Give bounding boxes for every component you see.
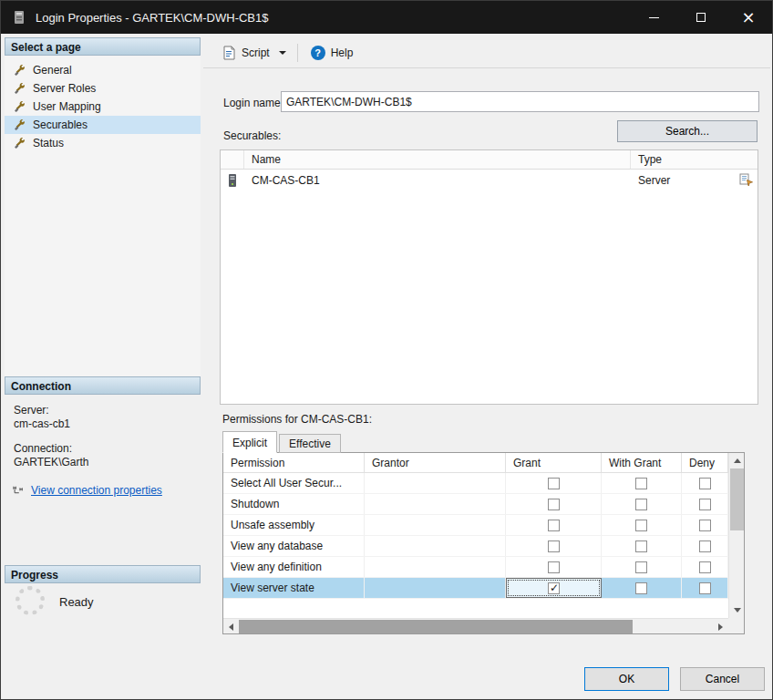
sidebar-item-securables[interactable]: Securables bbox=[5, 116, 201, 134]
permission-row[interactable]: View server state bbox=[223, 578, 728, 599]
connection-header: Connection bbox=[5, 376, 201, 395]
sidebar-item-label: Server Roles bbox=[33, 82, 96, 95]
scroll-right-icon[interactable] bbox=[713, 619, 728, 634]
grant-checkbox[interactable] bbox=[548, 561, 560, 573]
horizontal-scrollbar[interactable] bbox=[223, 618, 728, 633]
with-grant-checkbox[interactable] bbox=[635, 540, 647, 552]
page-list: General Server Roles User Mapping Secura… bbox=[5, 56, 201, 376]
vertical-scrollbar[interactable] bbox=[728, 453, 744, 618]
toolbar: Script ? Help bbox=[203, 37, 770, 68]
securable-name: CM-CAS-CB1 bbox=[244, 174, 631, 187]
scroll-down-icon[interactable] bbox=[729, 602, 745, 618]
with-grant-checkbox[interactable] bbox=[635, 499, 647, 510]
scrollbar-corner bbox=[728, 618, 744, 633]
minimize-icon bbox=[649, 17, 659, 18]
grantor-cell bbox=[365, 473, 506, 493]
permission-cell: Unsafe assembly bbox=[223, 515, 365, 535]
permissions-table-content: Permission Grantor Grant With Grant Deny… bbox=[223, 453, 728, 618]
select-page-header: Select a page bbox=[5, 37, 201, 56]
login-properties-dialog: Login Properties - GARTEK\CM-DWH-CB1$ × … bbox=[0, 0, 773, 700]
with-grant-checkbox[interactable] bbox=[635, 561, 647, 573]
login-name-label: Login name: bbox=[223, 97, 283, 109]
grant-checkbox[interactable] bbox=[548, 582, 560, 594]
securables-row[interactable]: CM-CAS-CB1 Server bbox=[221, 170, 758, 191]
permissions-label: Permissions for CM-CAS-CB1: bbox=[222, 413, 372, 426]
grantor-cell bbox=[365, 536, 506, 556]
with-grant-checkbox[interactable] bbox=[635, 582, 647, 594]
wrench-icon bbox=[14, 64, 26, 77]
deny-checkbox[interactable] bbox=[699, 561, 711, 573]
securables-options-icon[interactable] bbox=[739, 172, 754, 187]
server-icon bbox=[221, 173, 244, 188]
permission-cell: Shutdown bbox=[223, 494, 365, 514]
minimize-button[interactable] bbox=[630, 1, 677, 34]
permission-row[interactable]: View any database bbox=[223, 536, 728, 557]
tab-effective[interactable]: Effective bbox=[279, 434, 341, 453]
view-connection-properties-link[interactable]: View connection properties bbox=[31, 484, 162, 497]
icon-column-header bbox=[221, 150, 244, 169]
search-button[interactable]: Search... bbox=[617, 120, 758, 142]
ok-button[interactable]: OK bbox=[584, 667, 669, 691]
connection-properties-icon bbox=[12, 484, 25, 497]
close-button[interactable]: × bbox=[725, 1, 772, 34]
progress-spinner-icon bbox=[15, 586, 45, 615]
script-button[interactable]: Script bbox=[216, 42, 275, 64]
wrench-icon bbox=[14, 82, 26, 95]
deny-checkbox[interactable] bbox=[699, 582, 711, 594]
grant-checkbox[interactable] bbox=[548, 540, 560, 552]
connection-label: Connection: bbox=[14, 442, 72, 455]
close-icon: × bbox=[741, 9, 755, 26]
permissions-table: Permission Grantor Grant With Grant Deny… bbox=[222, 452, 745, 634]
grant-checkbox[interactable] bbox=[548, 499, 560, 510]
permission-row[interactable]: Unsafe assembly bbox=[223, 515, 728, 536]
grant-checkbox[interactable] bbox=[548, 520, 560, 531]
deny-column-header[interactable]: Deny bbox=[682, 453, 728, 472]
with-grant-column-header[interactable]: With Grant bbox=[602, 453, 682, 472]
type-column-header[interactable]: Type bbox=[631, 150, 758, 169]
sidebar-item-server-roles[interactable]: Server Roles bbox=[5, 79, 201, 98]
permission-row[interactable]: View any definition bbox=[223, 557, 728, 578]
app-icon bbox=[12, 10, 26, 25]
script-label: Script bbox=[242, 46, 270, 59]
help-button[interactable]: ? Help bbox=[305, 42, 359, 64]
scroll-up-icon[interactable] bbox=[729, 453, 745, 468]
maximize-icon bbox=[696, 13, 706, 22]
with-grant-checkbox[interactable] bbox=[635, 478, 647, 489]
maximize-button[interactable] bbox=[677, 1, 725, 34]
grant-checkbox[interactable] bbox=[548, 478, 560, 489]
deny-checkbox[interactable] bbox=[699, 520, 711, 531]
permissions-tabs: Explicit Effective bbox=[222, 431, 343, 453]
grantor-column-header[interactable]: Grantor bbox=[365, 453, 506, 472]
scroll-left-icon[interactable] bbox=[223, 619, 239, 634]
permission-row[interactable]: Shutdown bbox=[223, 494, 728, 515]
sidebar-item-status[interactable]: Status bbox=[5, 134, 201, 152]
permission-column-header[interactable]: Permission bbox=[223, 453, 365, 472]
horizontal-scrollbar-thumb[interactable] bbox=[239, 620, 633, 633]
deny-checkbox[interactable] bbox=[699, 499, 711, 510]
permission-cell: View server state bbox=[223, 578, 365, 598]
sidebar-item-label: User Mapping bbox=[33, 100, 101, 113]
window-title: Login Properties - GARTEK\CM-DWH-CB1$ bbox=[36, 11, 269, 25]
sidebar-item-general[interactable]: General bbox=[5, 61, 201, 79]
tab-explicit[interactable]: Explicit bbox=[222, 431, 277, 453]
name-column-header[interactable]: Name bbox=[244, 150, 631, 169]
cancel-button[interactable]: Cancel bbox=[680, 667, 765, 691]
toolbar-separator bbox=[297, 44, 298, 62]
server-label: Server: bbox=[14, 404, 49, 417]
sidebar-item-user-mapping[interactable]: User Mapping bbox=[5, 98, 201, 116]
login-name-input[interactable] bbox=[281, 91, 759, 112]
vertical-scrollbar-thumb[interactable] bbox=[730, 468, 744, 530]
deny-checkbox[interactable] bbox=[699, 478, 711, 489]
title-bar: Login Properties - GARTEK\CM-DWH-CB1$ × bbox=[1, 1, 772, 34]
deny-checkbox[interactable] bbox=[699, 540, 711, 552]
chevron-down-icon[interactable] bbox=[279, 51, 286, 55]
wrench-icon bbox=[14, 137, 26, 149]
wrench-icon bbox=[14, 100, 26, 113]
window-controls: × bbox=[630, 1, 772, 34]
grant-column-header[interactable]: Grant bbox=[506, 453, 602, 472]
permission-row[interactable]: Select All User Secur... bbox=[223, 473, 728, 494]
wrench-icon bbox=[14, 118, 26, 131]
permission-cell: Select All User Secur... bbox=[223, 473, 365, 493]
progress-header: Progress bbox=[5, 565, 201, 583]
with-grant-checkbox[interactable] bbox=[635, 520, 647, 531]
